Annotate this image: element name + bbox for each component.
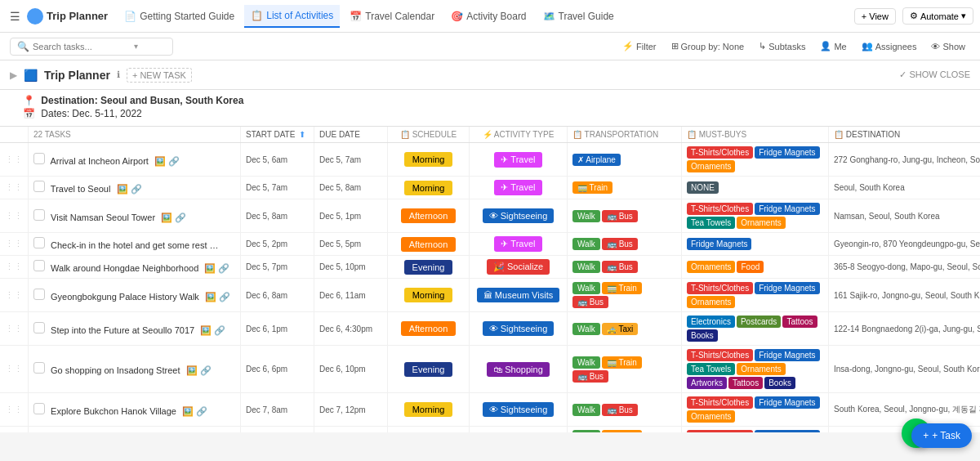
task-checkbox[interactable] [33,260,45,271]
td-schedule[interactable]: Evening [388,346,470,393]
filter-button[interactable]: ⚡ Filter [617,38,661,54]
task-attachment-icon[interactable]: 🔗 [131,184,142,195]
td-task-name[interactable]: Check-in in the hotel and get some rest … [29,233,241,256]
show-close-button[interactable]: ✓ SHOW CLOSE [899,69,970,80]
th-schedule[interactable]: 📋 SCHEDULE [388,127,470,143]
td-task-name[interactable]: Admire Jogyesa Temple 🖼️🔗 [29,427,241,433]
mustbuy-tags: T-Shirts/Clothes Fridge Magnets Ornament… [687,396,823,423]
automate-button[interactable]: ⚙ Automate ▾ [902,7,973,25]
td-schedule[interactable]: Morning [388,279,470,312]
table-body: ⋮⋮ Arrival at Incheon Airport 🖼️🔗 Dec 5,… [0,143,980,433]
td-schedule[interactable]: Morning [388,177,470,199]
transport-walk: Walk [572,404,600,416]
dates-icon: 📅 [23,108,35,119]
td-activity-type[interactable]: 👁 Sightseeing [470,199,568,233]
group-by-button[interactable]: ⊞ Group by: None [666,38,750,54]
search-input-wrap[interactable]: 🔍 ▾ [10,38,173,56]
mustbuy-tags: Electronics Postcards Tattoos Books [687,316,823,342]
td-schedule[interactable]: Afternoon [388,233,470,256]
td-schedule[interactable]: Afternoon [388,199,470,233]
td-activity-type[interactable]: 🎉 Socialize [470,256,568,279]
td-task-name[interactable]: Step into the Future at Seoullo 7017 🖼️🔗 [29,312,241,346]
task-attachment-icon[interactable]: 🔗 [214,325,225,336]
td-activity-type[interactable]: 🏛 Museum Visits [470,279,568,312]
td-due-date: Dec 7, 12pm [314,393,388,427]
task-attachment-icon[interactable]: 🖼️ [186,365,198,376]
td-activity-type[interactable]: ✈ Travel [470,233,568,256]
add-task-fab-button[interactable]: + + Task [911,423,972,432]
task-checkbox[interactable] [33,237,45,248]
th-destination[interactable]: 📋 DESTINATION [829,127,981,143]
task-attachment-icon[interactable]: 🖼️ [117,184,128,195]
td-schedule[interactable]: Afternoon [388,427,470,433]
td-activity-type[interactable]: 👁 Sightseeing [470,312,568,346]
travel-calendar-icon: 📅 [350,11,362,22]
td-activity-type[interactable]: 👁 Sightseeing [470,427,568,433]
td-task-name[interactable]: Visit Namsan Seoul Tower 🖼️🔗 [29,199,241,233]
th-due-date[interactable]: DUE DATE [314,127,388,143]
th-must-buys[interactable]: 📋 MUST-BUYS [682,127,829,143]
td-activity-type[interactable]: ✈ Travel [470,177,568,199]
th-transportation[interactable]: 📋 TRANSPORTATION [568,127,682,143]
td-due-date: Dec 5, 10pm [314,256,388,279]
subtasks-icon: ↳ [759,41,766,51]
task-checkbox[interactable] [33,209,45,221]
task-attachment-icon[interactable]: 🖼️ [182,406,194,417]
td-activity-type[interactable]: ✈ Travel [470,143,568,177]
tab-travel-calendar[interactable]: 📅 Travel Calendar [343,5,441,28]
task-attachment-icon[interactable]: 🖼️ [161,213,172,223]
task-attachment-icon[interactable]: 🔗 [227,240,238,251]
schedule-badge: Afternoon [401,208,457,223]
subtasks-button[interactable]: ↳ Subtasks [754,38,810,54]
tab-activity-board[interactable]: 🎯 Activity Board [444,5,532,28]
destination-text: Destination: Seoul and Busan, South Kore… [41,95,243,106]
task-checkbox[interactable] [33,403,45,414]
task-attachment-icon[interactable]: 🔗 [175,213,186,223]
tab-list-of-activities[interactable]: 📋 List of Activities [244,5,340,28]
th-activity-type[interactable]: ⚡ ACTIVITY TYPE [470,127,568,143]
td-schedule[interactable]: Morning [388,393,470,427]
td-task-name[interactable]: Arrival at Incheon Airport 🖼️🔗 [29,143,241,177]
assignees-button[interactable]: 👥 Assignees [857,38,922,54]
task-checkbox[interactable] [33,181,45,192]
td-task-name[interactable]: Travel to Seoul 🖼️🔗 [29,177,241,199]
td-task-name[interactable]: Walk around Hongdae Neighborhood 🖼️🔗 [29,256,241,279]
task-attachment-icon[interactable]: 🔗 [168,156,180,167]
td-schedule[interactable]: Morning [388,143,470,177]
view-button[interactable]: + View [854,8,896,25]
task-checkbox[interactable] [33,289,45,300]
td-activity-type[interactable]: 🛍 Shopping [470,346,568,393]
tab-travel-guide[interactable]: 🗺️ Travel Guide [537,5,621,28]
th-start-date[interactable]: START DATE ⬆ [241,127,314,143]
search-input[interactable] [33,42,131,51]
project-info-icon[interactable]: ℹ [117,69,120,80]
task-attachment-icon[interactable]: 🖼️ [204,263,216,274]
show-button[interactable]: 👁 Show [926,39,970,54]
task-attachment-icon[interactable]: 🖼️ [205,292,216,302]
task-checkbox[interactable] [33,362,45,374]
task-attachment-icon[interactable]: 🔗 [219,292,230,302]
task-checkbox[interactable] [33,322,45,333]
task-label: Check-in in the hotel and get some rest [51,240,207,250]
task-attachment-icon[interactable]: 🖼️ [200,325,212,336]
me-button[interactable]: 👤 Me [815,38,851,54]
task-attachment-icon[interactable]: 🖼️ [213,240,225,251]
tab-getting-started[interactable]: 📄 Getting Started Guide [118,5,241,28]
task-attachment-icon[interactable]: 🔗 [218,263,229,274]
td-schedule[interactable]: Afternoon [388,312,470,346]
task-checkbox[interactable] [33,153,45,164]
td-task-name[interactable]: Explore Bukchon Hanok Village 🖼️🔗 [29,393,241,427]
td-schedule[interactable]: Evening [388,256,470,279]
task-attachment-icon[interactable]: 🔗 [196,406,207,417]
menu-icon[interactable]: ☰ [7,7,24,26]
expand-icon[interactable]: ▶ [10,69,17,81]
td-destination: Seoul, South Korea [829,177,981,199]
td-activity-type[interactable]: 👁 Sightseeing [470,393,568,427]
td-task-name[interactable]: Go shopping on Insadong Street 🖼️🔗 [29,346,241,393]
search-dropdown-icon[interactable]: ▾ [134,42,138,51]
task-attachment-icon[interactable]: 🖼️ [154,156,166,167]
td-must-buys: Ornaments Food [682,256,829,279]
new-task-button[interactable]: + NEW TASK [127,68,192,83]
td-task-name[interactable]: Gyeongbokgung Palace History Walk 🖼️🔗 [29,279,241,312]
task-attachment-icon[interactable]: 🔗 [200,365,212,376]
